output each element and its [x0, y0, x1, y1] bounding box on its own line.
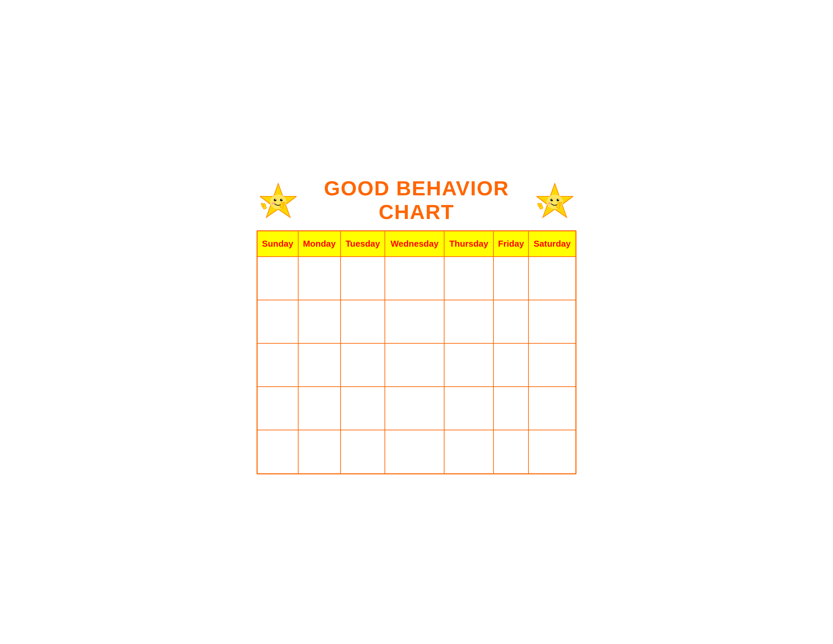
- table-cell[interactable]: [385, 300, 444, 343]
- table-cell[interactable]: [257, 386, 298, 430]
- col-sunday: Sunday: [257, 231, 298, 257]
- star-left-icon: [260, 182, 297, 218]
- table-cell[interactable]: [257, 343, 298, 386]
- col-saturday: Saturday: [529, 231, 576, 257]
- table-cell[interactable]: [298, 300, 341, 343]
- svg-point-1: [270, 195, 286, 209]
- table-cell[interactable]: [341, 430, 385, 473]
- table-cell[interactable]: [257, 257, 298, 300]
- table-cell[interactable]: [385, 257, 444, 300]
- table-cell[interactable]: [444, 430, 494, 473]
- table-row: [257, 430, 576, 473]
- table-cell[interactable]: [298, 386, 341, 430]
- table-cell[interactable]: [341, 343, 385, 386]
- table-cell[interactable]: [298, 343, 341, 386]
- table-cell[interactable]: [444, 257, 494, 300]
- col-monday: Monday: [298, 231, 341, 257]
- svg-point-18: [548, 202, 552, 204]
- page-container: GOOD BEHAVIOR CHART: [257, 170, 576, 474]
- behavior-chart: Sunday Monday Tuesday Wednesday Thursday…: [257, 231, 576, 473]
- table-cell[interactable]: [341, 257, 385, 300]
- table-cell[interactable]: [494, 430, 529, 473]
- table-cell[interactable]: [529, 386, 576, 430]
- table-cell[interactable]: [529, 430, 576, 473]
- col-wednesday: Wednesday: [385, 231, 444, 257]
- table-row: [257, 300, 576, 343]
- col-friday: Friday: [494, 231, 529, 257]
- table-cell[interactable]: [494, 386, 529, 430]
- table-row: [257, 257, 576, 300]
- table-row: [257, 343, 576, 386]
- table-cell[interactable]: [529, 300, 576, 343]
- svg-point-6: [272, 202, 275, 204]
- col-tuesday: Tuesday: [341, 231, 385, 257]
- svg-point-14: [550, 199, 553, 201]
- page-title: GOOD BEHAVIOR CHART: [300, 176, 533, 224]
- svg-point-17: [558, 199, 559, 200]
- table-cell[interactable]: [298, 430, 341, 473]
- header-row: Sunday Monday Tuesday Wednesday Thursday…: [257, 231, 576, 257]
- table-cell[interactable]: [494, 343, 529, 386]
- table-cell[interactable]: [385, 343, 444, 386]
- table-cell[interactable]: [529, 343, 576, 386]
- svg-point-15: [557, 199, 560, 201]
- header: GOOD BEHAVIOR CHART: [257, 170, 576, 230]
- table-cell[interactable]: [341, 386, 385, 430]
- table-cell[interactable]: [257, 300, 298, 343]
- table-cell[interactable]: [494, 257, 529, 300]
- svg-point-3: [280, 199, 283, 201]
- table-cell[interactable]: [494, 300, 529, 343]
- table-row: [257, 386, 576, 430]
- star-right-icon: [536, 182, 573, 218]
- table-cell[interactable]: [385, 430, 444, 473]
- chart-wrapper: Sunday Monday Tuesday Wednesday Thursday…: [257, 230, 576, 474]
- svg-point-2: [274, 199, 277, 201]
- table-cell[interactable]: [444, 300, 494, 343]
- svg-point-4: [275, 199, 276, 200]
- table-cell[interactable]: [529, 257, 576, 300]
- svg-point-13: [547, 195, 563, 209]
- table-cell[interactable]: [444, 343, 494, 386]
- table-cell[interactable]: [341, 300, 385, 343]
- svg-point-16: [552, 199, 553, 200]
- table-cell[interactable]: [298, 257, 341, 300]
- table-cell[interactable]: [385, 386, 444, 430]
- svg-point-5: [281, 199, 283, 200]
- table-cell[interactable]: [444, 386, 494, 430]
- table-cell[interactable]: [257, 430, 298, 473]
- col-thursday: Thursday: [444, 231, 494, 257]
